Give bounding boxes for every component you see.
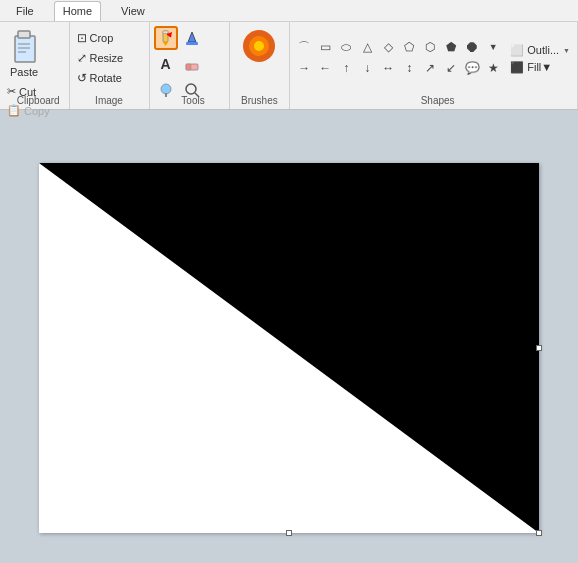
image-buttons: ⊡ Crop ⤢ Resize ↺ Rotate: [74, 28, 145, 87]
shape-octagon[interactable]: ⯃: [462, 37, 482, 57]
image-group-label: Image: [70, 95, 149, 106]
clipboard-group-label: Clipboard: [4, 95, 73, 106]
svg-rect-0: [15, 36, 35, 62]
clipboard-group: Paste ✂ Cut 📋 Copy Clipboard: [0, 22, 70, 109]
shape-rect[interactable]: ▭: [315, 37, 335, 57]
fill-icon: [184, 30, 200, 46]
paste-icon-svg: [7, 28, 41, 66]
rotate-icon: ↺: [77, 71, 87, 85]
crop-icon: ⊡: [77, 31, 87, 45]
shape-pentagon[interactable]: ⬠: [399, 37, 419, 57]
fill-button[interactable]: ⬛ Fill▼: [507, 60, 573, 75]
shape-arrow-d[interactable]: ↓: [357, 58, 377, 78]
svg-rect-10: [186, 42, 198, 45]
brushes-icon: [239, 26, 279, 70]
resize-handle-bottom[interactable]: [286, 530, 292, 536]
shape-arrow-l[interactable]: ←: [315, 58, 335, 78]
pencil-icon: [158, 30, 174, 46]
shape-triangle[interactable]: △: [357, 37, 377, 57]
text-tool-button[interactable]: A: [154, 52, 178, 76]
shape-arrow-ne[interactable]: ↗: [420, 58, 440, 78]
ribbon: Paste ✂ Cut 📋 Copy Clipboard ⊡ Crop ⤢ Re…: [0, 22, 578, 110]
svg-point-19: [254, 41, 264, 51]
brushes-button[interactable]: [239, 26, 279, 70]
paste-icon: [7, 28, 41, 66]
shape-arrow-u[interactable]: ↑: [336, 58, 356, 78]
eraser-tool-button[interactable]: [180, 52, 204, 76]
resize-handle-corner[interactable]: [536, 530, 542, 536]
resize-handle-right[interactable]: [536, 345, 542, 351]
shape-diamond[interactable]: ◇: [378, 37, 398, 57]
shape-arrow-r[interactable]: →: [294, 58, 314, 78]
shape-oval[interactable]: ⬭: [336, 37, 356, 57]
image-group: ⊡ Crop ⤢ Resize ↺ Rotate Image: [70, 22, 150, 109]
svg-point-13: [161, 84, 171, 94]
shape-callout[interactable]: 💬: [462, 58, 482, 78]
shape-hexagon[interactable]: ⬡: [420, 37, 440, 57]
shapes-group: ⌒ ▭ ⬭ △ ◇ ⬠ ⬡ ⬟ ⯃ ▼ → ← ↑ ↓ ↔ ↕ ↗ ↙ 💬: [290, 22, 578, 109]
shape-more[interactable]: ▼: [483, 37, 503, 57]
rotate-button[interactable]: ↺ Rotate: [74, 68, 145, 87]
svg-rect-7: [163, 31, 168, 34]
ribbon-tabs: File Home View: [0, 0, 578, 22]
brushes-group-label: Brushes: [230, 95, 290, 106]
svg-rect-1: [18, 31, 30, 38]
tools-group: A: [150, 22, 230, 109]
shape-arrow-ud[interactable]: ↕: [399, 58, 419, 78]
tab-view[interactable]: View: [113, 2, 153, 20]
pencil-tool-button[interactable]: [154, 26, 178, 50]
shape-star[interactable]: ★: [483, 58, 503, 78]
shapes-group-label: Shapes: [294, 95, 578, 106]
shapes-right-panel: ⬜ Outli... ▼ ⬛ Fill▼: [507, 43, 573, 75]
canvas-wrapper[interactable]: [39, 163, 539, 533]
eraser-icon: [184, 56, 200, 72]
tools-row: A: [154, 26, 225, 102]
shape-heptagon[interactable]: ⬟: [441, 37, 461, 57]
shape-curve[interactable]: ⌒: [294, 37, 314, 57]
brushes-group: Brushes: [230, 22, 291, 109]
outline-icon: ⬜: [510, 44, 524, 57]
text-icon: A: [160, 56, 170, 72]
fill-tool-button[interactable]: [180, 26, 204, 50]
paste-label: Paste: [10, 66, 38, 78]
resize-icon: ⤢: [77, 51, 87, 65]
resize-button[interactable]: ⤢ Resize: [74, 48, 145, 67]
main-canvas[interactable]: [39, 163, 539, 533]
crop-button[interactable]: ⊡ Crop: [74, 28, 145, 47]
tab-home[interactable]: Home: [54, 1, 101, 21]
svg-marker-6: [163, 42, 168, 46]
outline-button[interactable]: ⬜ Outli... ▼: [507, 43, 573, 58]
tab-file[interactable]: File: [8, 2, 42, 20]
canvas-area: [0, 110, 578, 563]
shape-arrow-sw[interactable]: ↙: [441, 58, 461, 78]
paste-button[interactable]: Paste: [4, 26, 44, 80]
fill-icon: ⬛: [510, 61, 524, 74]
shapes-grid: ⌒ ▭ ⬭ △ ◇ ⬠ ⬡ ⬟ ⯃ ▼ → ← ↑ ↓ ↔ ↕ ↗ ↙ 💬: [294, 37, 503, 78]
shape-arrow-lr[interactable]: ↔: [378, 58, 398, 78]
svg-rect-12: [186, 64, 191, 70]
outline-dropdown-arrow: ▼: [563, 47, 570, 54]
tools-group-label: Tools: [154, 95, 233, 106]
svg-point-15: [186, 84, 196, 94]
